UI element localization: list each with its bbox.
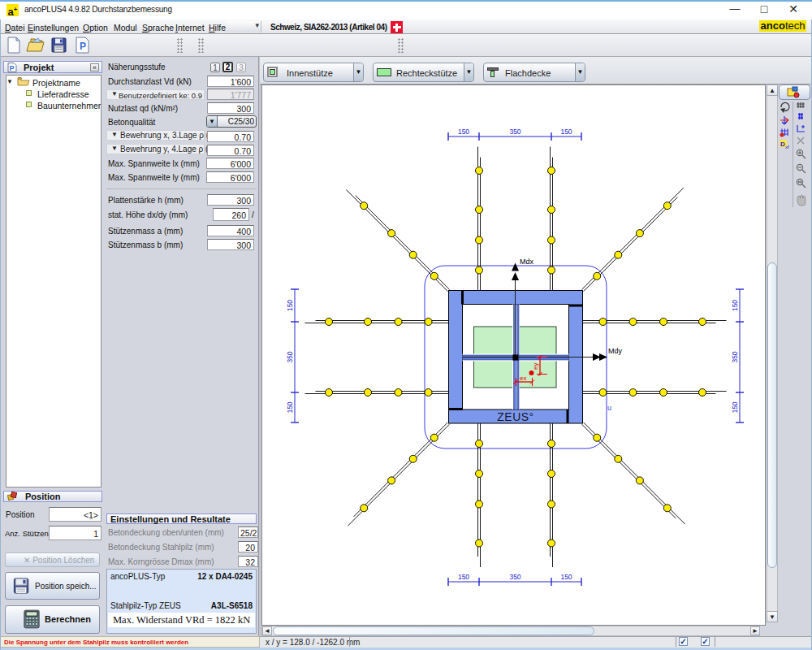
svg-text:150: 150	[560, 128, 572, 136]
svg-text:150: 150	[560, 573, 572, 581]
svg-text:150: 150	[286, 401, 294, 413]
svg-text:150: 150	[731, 300, 739, 311]
svg-text:ey: ey	[532, 363, 539, 370]
svg-text:P: P	[10, 64, 15, 72]
svg-text:350: 350	[731, 351, 739, 362]
svg-text:350: 350	[509, 573, 520, 581]
svg-text:u: u	[607, 404, 611, 412]
svg-text:350: 350	[286, 351, 294, 362]
svg-text:150: 150	[286, 300, 294, 311]
svg-text:Mdx: Mdx	[520, 258, 534, 266]
svg-text:150: 150	[458, 128, 469, 136]
svg-text:xf: xf	[785, 145, 789, 150]
svg-text:Mdy: Mdy	[608, 347, 623, 355]
svg-text:ZEUS°: ZEUS°	[497, 410, 533, 423]
svg-text:ex: ex	[520, 375, 526, 382]
svg-text:150: 150	[458, 573, 469, 581]
svg-text:150: 150	[731, 401, 739, 413]
svg-text:350: 350	[509, 128, 520, 136]
svg-text:P: P	[80, 41, 86, 52]
